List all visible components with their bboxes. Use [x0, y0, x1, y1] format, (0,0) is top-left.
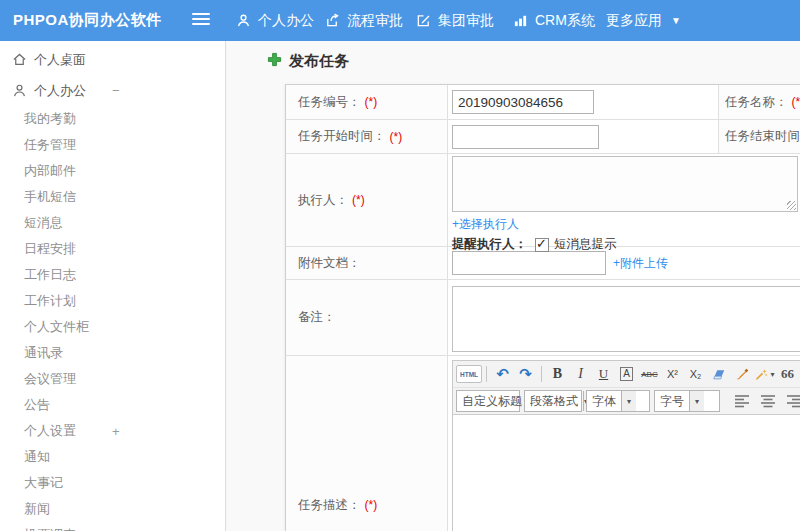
required-mark: (*) [390, 130, 403, 144]
task-no-input[interactable] [452, 90, 594, 114]
caret-down-icon: ▼ [671, 15, 681, 26]
sidebar-item-announcement[interactable]: 公告 [0, 392, 225, 418]
sidebar-item-mobile-sms[interactable]: 手机短信 [0, 184, 225, 210]
attachment-upload-link[interactable]: +附件上传 [613, 255, 668, 272]
sidebar-item-meeting-management[interactable]: 会议管理 [0, 366, 225, 392]
align-right-icon[interactable] [784, 392, 800, 411]
form-row-time: 任务开始时间：(*) 任务结束时间：(*) [286, 119, 800, 153]
menu-icon[interactable] [192, 13, 210, 27]
sidebar-item-contacts[interactable]: 通讯录 [0, 340, 225, 366]
subscript-button[interactable]: X₂ [684, 363, 707, 386]
sidebar-item-personal-settings[interactable]: 个人设置 + [0, 418, 225, 444]
sidebar-item-work-log[interactable]: 工作日志 [0, 262, 225, 288]
eraser-icon[interactable] [707, 363, 730, 386]
top-navbar: PHPOA协同办公软件 个人办公 流程审批 集团审批 CRM系统 更多应用 ▼ [0, 0, 800, 41]
sidebar-item-label: 个人桌面 [34, 51, 86, 69]
end-time-label: 任务结束时间：(*) [719, 120, 800, 153]
sidebar-item-label: 个人办公 [34, 82, 86, 100]
remark-cell [448, 280, 800, 355]
sidebar-item-events[interactable]: 大事记 [0, 470, 225, 496]
home-icon [12, 52, 27, 67]
sidebar-item-news[interactable]: 新闻 [0, 496, 225, 522]
sidebar-item-label: 个人设置 [24, 422, 76, 440]
sidebar: 个人桌面 个人办公 − 我的考勤 任务管理 内部邮件 手机短信 短消息 日程安排… [0, 41, 226, 531]
italic-button[interactable]: I [569, 363, 592, 386]
font-size-dropdown[interactable]: 字号 ▾ [654, 390, 720, 412]
nav-item-flow-approval[interactable]: 流程审批 [325, 0, 403, 41]
redo-icon[interactable]: ↷ [514, 363, 537, 386]
sidebar-item-task-management[interactable]: 任务管理 [0, 132, 225, 158]
nav-label: 更多应用 [606, 12, 662, 30]
bold-button[interactable]: B [546, 363, 569, 386]
collapse-icon[interactable]: − [112, 75, 120, 106]
toolbar-separator [541, 366, 542, 382]
sidebar-item-label: 投票调查 [24, 526, 76, 531]
sidebar-item-personal-office[interactable]: 个人办公 − [0, 75, 225, 106]
sidebar-item-label: 会议管理 [24, 370, 76, 388]
sidebar-item-partial[interactable]: 投票调查 [0, 522, 225, 531]
plus-icon [267, 52, 282, 71]
flow-icon [325, 13, 340, 28]
attachment-label: 附件文档： [286, 247, 448, 279]
sidebar-item-label: 个人文件柜 [24, 318, 89, 336]
sms-remind-checkbox[interactable] [535, 238, 549, 252]
edit-icon [416, 13, 431, 28]
start-time-cell [448, 120, 719, 153]
sidebar-item-short-message[interactable]: 短消息 [0, 210, 225, 236]
attachment-input[interactable] [452, 251, 606, 275]
editor-toolbar-row2: 自定义标题 ▾ 段落格式 ▾ 字体 ▾ 字号 ▾ [453, 388, 800, 415]
font-family-dropdown[interactable]: 字体 ▾ [586, 390, 650, 412]
expand-icon[interactable]: + [112, 418, 120, 444]
sidebar-item-label: 任务管理 [24, 136, 76, 154]
undo-icon[interactable]: ↶ [491, 363, 514, 386]
form-row-executor: 执行人：(*) +选择执行人 提醒执行人： 短消息提示 [286, 153, 800, 246]
editor-toolbar-row1: HTML ↶ ↷ B I U A ABC X² X₂ [453, 361, 800, 388]
rich-text-editor: HTML ↶ ↷ B I U A ABC X² X₂ [452, 360, 800, 531]
description-cell: HTML ↶ ↷ B I U A ABC X² X₂ [448, 356, 800, 531]
superscript-button[interactable]: X² [661, 363, 684, 386]
align-center-icon[interactable] [758, 392, 777, 411]
format-brush-icon[interactable] [730, 363, 753, 386]
remark-textarea[interactable] [452, 286, 800, 352]
sidebar-item-work-plan[interactable]: 工作计划 [0, 288, 225, 314]
select-executor-link[interactable]: +选择执行人 [452, 216, 800, 233]
align-left-icon[interactable] [732, 392, 751, 411]
paragraph-format-dropdown[interactable]: 段落格式 ▾ [524, 390, 582, 412]
required-mark: (*) [792, 95, 800, 109]
highlight-button[interactable]: A [615, 363, 638, 386]
underline-button[interactable]: U [592, 363, 615, 386]
resize-handle[interactable] [787, 201, 796, 210]
form-row-description: 任务描述：(*) HTML ↶ ↷ B I U A ABC X [286, 355, 800, 531]
task-no-cell [448, 85, 719, 119]
sidebar-item-schedule[interactable]: 日程安排 [0, 236, 225, 262]
sidebar-item-internal-mail[interactable]: 内部邮件 [0, 158, 225, 184]
sidebar-item-personal-desktop[interactable]: 个人桌面 [0, 44, 225, 75]
sidebar-item-my-attendance[interactable]: 我的考勤 [0, 106, 225, 132]
sidebar-item-notice[interactable]: 通知 [0, 444, 225, 470]
start-time-input[interactable] [452, 125, 599, 149]
nav-item-crm[interactable]: CRM系统 [513, 0, 595, 41]
editor-content-area[interactable] [453, 415, 800, 531]
sidebar-item-label: 通知 [24, 448, 50, 466]
strikethrough-button[interactable]: ABC [638, 363, 661, 386]
html-source-button[interactable]: HTML [456, 365, 482, 383]
executor-textarea[interactable] [452, 156, 798, 212]
sidebar-item-label: 工作日志 [24, 266, 76, 284]
chart-icon [513, 13, 528, 28]
executor-label: 执行人：(*) [286, 154, 448, 246]
sidebar-item-label: 内部邮件 [24, 162, 76, 180]
task-name-label: 任务名称：(*) [719, 85, 800, 119]
required-mark: (*) [365, 95, 378, 109]
remark-label: 备注： [286, 280, 448, 355]
executor-cell: +选择执行人 提醒执行人： 短消息提示 [448, 154, 800, 246]
magic-wand-icon[interactable]: ▾ [753, 363, 776, 386]
nav-item-more-apps[interactable]: 更多应用 ▼ [606, 0, 681, 41]
blockquote-button[interactable]: 66 [776, 363, 799, 386]
sidebar-item-personal-files[interactable]: 个人文件柜 [0, 314, 225, 340]
nav-item-personal-office[interactable]: 个人办公 [236, 0, 314, 41]
custom-heading-dropdown[interactable]: 自定义标题 ▾ [456, 390, 520, 412]
nav-item-group-approval[interactable]: 集团审批 [416, 0, 494, 41]
nav-label: CRM系统 [535, 12, 595, 30]
required-mark: (*) [365, 498, 378, 512]
start-time-label: 任务开始时间：(*) [286, 120, 448, 153]
